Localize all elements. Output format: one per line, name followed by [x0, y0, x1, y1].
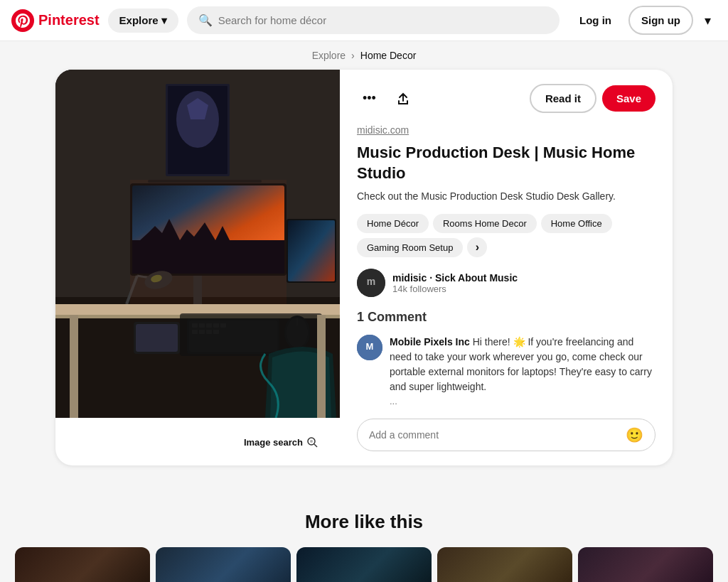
thumbnail-1[interactable]	[15, 547, 150, 582]
image-search-button[interactable]: Image search	[234, 431, 328, 454]
login-button[interactable]: Log in	[568, 7, 623, 33]
svg-rect-36	[136, 324, 178, 352]
comment-item: M Mobile Pixels Inc Hi there! 🌟 If you'r…	[357, 335, 655, 409]
comment-author: Mobile Pixels Inc	[390, 336, 470, 347]
comment-body: Mobile Pixels Inc Hi there! 🌟 If you're …	[390, 335, 655, 409]
share-button[interactable]	[390, 86, 416, 112]
desk-image-svg	[55, 70, 340, 418]
svg-rect-37	[70, 315, 78, 418]
tags-row: Home Décor Rooms Home Decor Home Office …	[357, 214, 655, 257]
more-section: More like this	[0, 488, 728, 582]
explore-label: Explore	[119, 14, 159, 26]
pin-image	[55, 70, 340, 418]
chevron-down-icon: ▾	[161, 14, 167, 27]
tag-rooms-home-decor[interactable]: Rooms Home Decor	[433, 214, 537, 233]
search-icon: 🔍	[198, 14, 213, 27]
main-container: Image search •••	[44, 70, 684, 488]
breadcrumb-separator: ›	[351, 50, 355, 61]
author-name: midisic · Sick About Music	[392, 272, 518, 284]
explore-button[interactable]: Explore ▾	[108, 9, 178, 33]
thumbnail-2[interactable]	[156, 547, 291, 582]
pin-actions-right: Read it Save	[530, 84, 655, 113]
svg-text:m: m	[367, 276, 375, 288]
comment-input[interactable]	[369, 429, 619, 441]
tag-home-decor[interactable]: Home Décor	[357, 214, 429, 233]
lens-icon	[307, 437, 318, 448]
header: Pinterest Explore ▾ 🔍 Log in Sign up ▾	[0, 0, 728, 41]
author-avatar: m	[357, 269, 385, 297]
svg-rect-18	[55, 304, 340, 315]
signup-button[interactable]: Sign up	[628, 6, 693, 35]
svg-text:M: M	[366, 341, 374, 352]
pin-card: Image search •••	[55, 70, 673, 465]
breadcrumb-current: Home Decor	[360, 50, 417, 61]
pin-actions-top: ••• Read it Save	[357, 84, 655, 113]
breadcrumb: Explore › Home Decor	[0, 41, 728, 70]
header-actions: Log in Sign up ▾	[568, 6, 717, 35]
comment-avatar: M	[357, 335, 382, 360]
pinterest-logo-icon	[11, 9, 34, 32]
more-options-button[interactable]: ▾	[699, 7, 717, 34]
search-input[interactable]	[218, 14, 548, 26]
save-button[interactable]: Save	[602, 85, 655, 112]
read-it-button[interactable]: Read it	[530, 84, 596, 113]
tag-gaming-room[interactable]: Gaming Room Setup	[357, 238, 463, 257]
svg-point-0	[11, 9, 34, 32]
svg-rect-13	[288, 220, 335, 281]
author-followers: 14k followers	[392, 284, 518, 294]
author-row: m midisic · Sick About Music 14k followe…	[357, 269, 655, 297]
thumbnail-4[interactable]	[437, 547, 572, 582]
image-search-label: Image search	[244, 437, 303, 448]
thumbnails-row	[11, 547, 717, 582]
comment-more[interactable]: ...	[390, 394, 655, 409]
comment-input-area: 🙂	[357, 419, 655, 451]
share-icon	[396, 92, 410, 106]
comments-title: 1 Comment	[357, 310, 655, 325]
tag-more-button[interactable]: ›	[467, 237, 487, 257]
tag-home-office[interactable]: Home Office	[541, 214, 612, 233]
more-title: More like this	[11, 511, 717, 533]
pin-description: Check out the Music Production Desk Stud…	[357, 189, 655, 204]
commenter-avatar-icon: M	[357, 335, 382, 360]
svg-rect-39	[130, 180, 287, 304]
thumbnail-5[interactable]	[578, 547, 713, 582]
pin-source-link[interactable]: midisic.com	[357, 124, 655, 136]
thumbnail-3[interactable]	[296, 547, 432, 582]
breadcrumb-explore[interactable]: Explore	[312, 50, 346, 61]
more-dots-icon: •••	[363, 91, 376, 106]
pin-title: Music Production Desk | Music Home Studi…	[357, 143, 655, 183]
logo-text: Pinterest	[38, 12, 100, 28]
emoji-button[interactable]: 🙂	[626, 426, 643, 443]
logo[interactable]: Pinterest	[11, 9, 100, 32]
svg-line-41	[314, 444, 317, 447]
pin-actions-left: •••	[357, 85, 416, 112]
pin-image-area: Image search	[55, 70, 340, 465]
svg-point-42	[310, 440, 313, 443]
pin-details: ••• Read it Save midisic.com Music Produ…	[340, 70, 673, 465]
svg-rect-38	[317, 315, 326, 418]
author-avatar-image: m	[357, 269, 385, 297]
comments-section: 1 Comment M Mobile Pixels Inc Hi there! …	[357, 310, 655, 451]
author-info: midisic · Sick About Music 14k followers	[392, 272, 518, 294]
more-options-icon-button[interactable]: •••	[357, 85, 382, 112]
search-bar: 🔍	[187, 6, 560, 34]
